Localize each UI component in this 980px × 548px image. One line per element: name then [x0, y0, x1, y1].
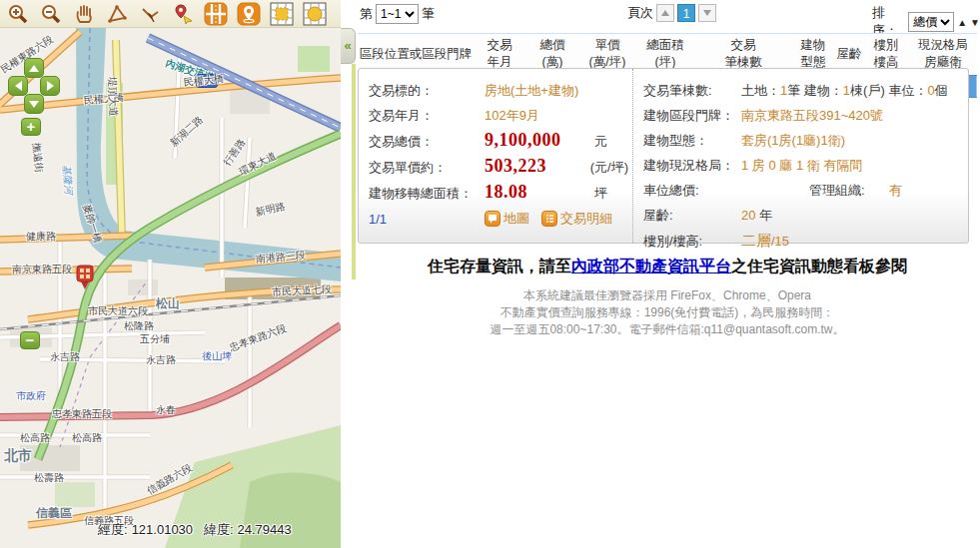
pan-hand-icon[interactable]: [72, 2, 96, 26]
latitude-value: 24.79443: [238, 522, 292, 537]
building-address-value: 南京東路五段391~420號: [741, 103, 883, 128]
floor-label: 樓別/樓高:: [643, 229, 741, 254]
pan-right-button[interactable]: [40, 76, 60, 96]
counts-label: 交易筆棟數:: [643, 78, 741, 103]
longitude-label: 經度:: [98, 522, 128, 537]
layout-value: 1 房 0 廳 1 衛 有隔間: [741, 153, 862, 178]
map[interactable]: 民權東路六段 內湖交流道 17 民權大橋 民權大橋 堤頂大道 新湖二路 行善路 …: [0, 28, 341, 548]
page-label: 頁次: [627, 4, 653, 22]
total-price-unit: 元: [594, 129, 607, 154]
page-group: 頁次 1: [627, 4, 716, 22]
detail-right-column: 交易筆棟數: 土地：1筆 建物：1棟(戶) 車位：0個 建物區段門牌：南京東路五…: [632, 69, 968, 243]
sort-desc-button[interactable]: ▼: [970, 18, 980, 27]
pan-left-button[interactable]: [8, 76, 28, 96]
service-hotline: 不動產實價查詢服務專線：1996(免付費電話)，為民服務時間：: [358, 304, 977, 321]
map-balloon-icon: [485, 211, 500, 227]
results-panel: 第 1~1 筆 頁次 1 排序： 總價 ▲ ▼ 區段位置或區段門牌 交易年月 總…: [358, 0, 980, 548]
building-type-label: 建物型態：: [643, 128, 741, 153]
layout-label: 建物現況格局：: [643, 153, 741, 178]
area-value: 18.08: [485, 180, 594, 205]
date-label: 交易年月：: [369, 103, 485, 128]
system-info: 本系統建議最佳瀏覽器採用 FireFox、Chrome、Opera 不動產實價查…: [358, 287, 977, 338]
total-price-label: 交易總價：: [369, 129, 485, 154]
select-circle-icon[interactable]: [303, 2, 327, 26]
target-value: 房地(土地+建物): [485, 78, 578, 103]
map-button[interactable]: 地圖: [485, 210, 529, 228]
zoom-out-map-button[interactable]: −: [20, 331, 40, 349]
unit-price-unit: (元/坪): [590, 155, 628, 180]
map-toolbar: [0, 0, 341, 28]
management-label: 管理組織:: [809, 178, 865, 203]
building-address-label: 建物區段門牌：: [643, 103, 741, 128]
list-icon: [541, 211, 557, 227]
parking-price-label: 車位總價:: [643, 178, 741, 203]
unit-price-label: 交易單價約：: [369, 155, 485, 180]
browser-recommendation: 本系統建議最佳瀏覽器採用 FireFox、Chrome、Opera: [358, 287, 977, 304]
building-type-value: 套房(1房(1廳)1衛): [741, 128, 845, 153]
map-canvas: [0, 28, 341, 548]
age-unit: 年: [759, 203, 772, 228]
total-price-value: 9,100,000: [485, 128, 594, 153]
longitude-value: 121.01030: [132, 522, 193, 537]
floor-value: 二層: [741, 228, 771, 253]
pan-down-button[interactable]: [24, 94, 44, 114]
zoom-in-map-button[interactable]: +: [21, 118, 41, 136]
date-value: 102年9月: [485, 103, 539, 128]
pick-point-icon[interactable]: [171, 2, 195, 26]
record-prefix-label: 第: [360, 5, 373, 23]
management-value: 有: [889, 178, 902, 203]
app-window: 民權東路六段 內湖交流道 17 民權大橋 民權大橋 堤頂大道 新湖二路 行善路 …: [0, 0, 980, 548]
measure-distance-icon[interactable]: [138, 2, 162, 26]
record-suffix-label: 筆: [422, 5, 435, 23]
pan-up-button[interactable]: [24, 58, 44, 78]
record-range-group: 第 1~1 筆: [360, 4, 435, 24]
transaction-detail-panel: 交易標的：房地(土地+建物) 交易年月：102年9月 交易總價：9,100,00…: [358, 68, 969, 244]
page-number[interactable]: 1: [677, 4, 695, 22]
age-label: 屋齡:: [643, 203, 741, 228]
transaction-detail-button[interactable]: 交易明細: [541, 210, 612, 228]
zoom-in-icon[interactable]: [6, 2, 30, 26]
latitude-label: 緯度:: [204, 522, 234, 537]
counts-value: 土地：1筆 建物：1棟(戶) 車位：0個: [741, 78, 948, 103]
locate-pin-icon[interactable]: [237, 2, 261, 26]
sort-asc-button[interactable]: ▲: [957, 18, 967, 27]
area-label: 建物移轉總面積：: [369, 181, 485, 206]
road-map-icon[interactable]: [204, 2, 228, 26]
floor-total-value: /15: [771, 229, 789, 254]
list-controls: 第 1~1 筆 頁次 1 排序： 總價 ▲ ▼: [358, 4, 980, 28]
zoom-out-icon[interactable]: [39, 2, 63, 26]
collapse-panel-tab[interactable]: «: [341, 28, 356, 64]
service-hours-email: 週一至週五08:00~17:30。電子郵件信箱:q11@quantasoft.c…: [358, 321, 977, 338]
target-label: 交易標的：: [369, 78, 485, 103]
map-coordinates: 經度:121.01030 緯度:24.79443: [98, 521, 292, 539]
moi-platform-link[interactable]: 內政部不動產資訊平台: [571, 258, 731, 274]
sort-select[interactable]: 總價: [908, 12, 954, 32]
select-rect-icon[interactable]: [270, 2, 294, 26]
panel-divider: [352, 64, 356, 279]
age-value: 20: [741, 203, 755, 228]
unit-price-value: 503,223: [485, 154, 590, 179]
page-up-button[interactable]: [656, 4, 674, 22]
page-down-button[interactable]: [698, 4, 716, 22]
area-unit: 坪: [594, 181, 607, 206]
housing-notice: 住宅存量資訊，請至內政部不動產資訊平台之住宅資訊動態看板參閱: [358, 257, 977, 277]
record-range-select[interactable]: 1~1: [376, 4, 419, 24]
detail-pager: 1/1: [369, 212, 485, 227]
detail-left-column: 交易標的：房地(土地+建物) 交易年月：102年9月 交易總價：9,100,00…: [359, 69, 632, 243]
measure-area-icon[interactable]: [105, 2, 129, 26]
